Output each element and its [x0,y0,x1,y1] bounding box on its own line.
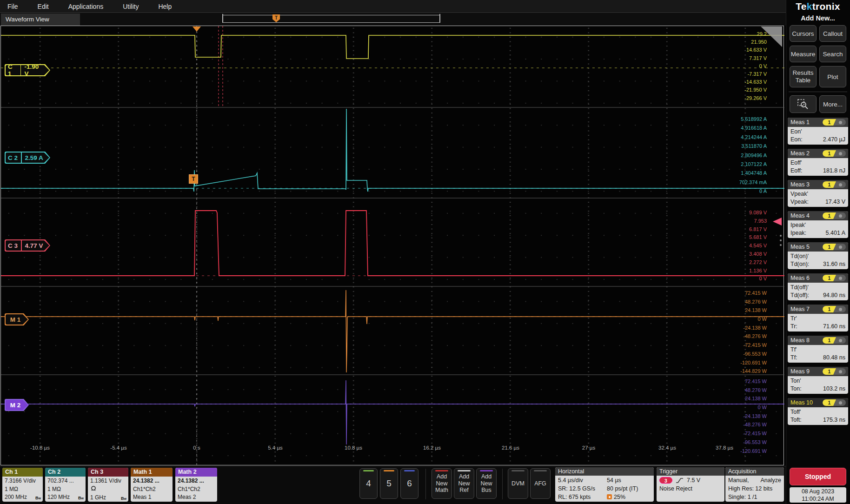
panel-splitter-handle[interactable] [780,235,782,246]
meas-7-source-pill[interactable]: 1 [823,306,846,312]
results-table-button[interactable]: Results Table [790,66,817,87]
ch4-button[interactable]: 4 [359,468,378,499]
math2-axis-label: 48.276 W [706,386,767,395]
ch1-axis-label: -29.266 V [706,94,767,102]
meas-3-card[interactable]: Meas 3 1 Vpeak' Vpeak:17.43 V [788,180,848,207]
ch1-handle-badge[interactable]: C 1-1.90 V [5,64,50,76]
meas-4-card[interactable]: Meas 4 1 Ipeak' Ipeak:5.401 A [788,211,848,238]
menu-item[interactable]: Help [158,3,172,10]
meas-8-source-pill[interactable]: 1 [823,337,846,344]
acquisition-settings-panel[interactable]: Acquisition Manual,Analyze High Res: 12 … [725,467,784,502]
measure-button[interactable]: Measure [790,46,817,62]
search-button[interactable]: Search [819,46,846,62]
math2-axis-label: 0 W [706,403,767,412]
math2-settings-badge[interactable]: Math 2 24.1382 ...Ch1*Ch2Meas 2 [175,468,217,502]
meas-5-value: 31.60 ns [823,260,845,268]
ch2-handle-badge[interactable]: C 22.59 A [5,152,50,164]
meas-8-card[interactable]: Meas 8 1 Tf' Tf:80.48 ns [788,336,848,363]
add-new-ref-button[interactable]: Add New Ref [454,468,474,499]
time-label: 11:00:24 AM [790,495,846,503]
callout-button[interactable]: Callout [819,25,846,42]
ch3-axis-label: 2.272 V [706,259,767,267]
bandwidth-limit-icon: Bw [35,494,41,502]
meas-3-source-pill[interactable]: 1 [823,181,846,188]
run-stop-button[interactable]: Stopped [790,468,846,485]
meas-6-source-pill[interactable]: 1 [823,275,846,281]
ch1-settings-badge[interactable]: Ch 1 7.3166 V/div1 MΩ Bw200 MHz [2,468,43,502]
meas-4-value: 5.401 A [826,229,845,237]
meas-9-card[interactable]: Meas 9 1 Ton' Ton:103.2 ns [788,367,848,394]
meas-2-value: 181.8 nJ [823,167,845,175]
math2-handle-badge[interactable]: M 2 [5,399,29,411]
tab-waveform-view[interactable]: Waveform View [1,13,80,26]
ch3-trace [1,211,784,276]
meas-2-source-pill[interactable]: 1 [823,150,846,157]
menu-item[interactable]: Applications [68,3,104,10]
meas-7-card[interactable]: Meas 7 1 Tr' Tr:71.60 ns [788,305,848,332]
ch2-axis-label: 0 A [706,187,767,196]
plot-button[interactable]: Plot [819,66,846,87]
meas-5-card[interactable]: Meas 5 1 Td(on)' Td(on):31.60 ns [788,242,848,269]
time-axis-label: -10.8 µs [19,445,61,451]
waveform-canvas [1,26,784,465]
meas-4-source-pill[interactable]: 1 [823,212,846,219]
meas-1-card[interactable]: Meas 1 1 Eon' Eon:2.470 µJ [788,118,848,145]
ch3-axis-label: 5.681 V [706,233,767,242]
ch3-handle-badge[interactable]: C 34.77 V [5,239,50,252]
oscilloscope-app: FileEditApplicationsUtilityHelp Waveform… [0,0,850,504]
waveform-plot[interactable]: 29.221.95014.633 V7.317 V0 V-7.317 V-14.… [0,26,784,465]
math1-settings-badge[interactable]: Math 1 24.1382 ...Ch1*Ch2Meas 1 [131,468,173,502]
meas-9-source-pill[interactable]: 1 [823,368,846,375]
math1-settings-title: Math 1 [131,468,173,477]
math2-axis-label: 24.138 W [706,394,767,403]
meas-5-source-pill[interactable]: 1 [823,244,846,250]
ch5-button[interactable]: 5 [380,468,398,499]
ch2-axis-label: 1.404748 A [706,169,767,178]
horizontal-settings-panel[interactable]: Horizontal 5.4 µs/div 54 µs SR: 12.5 GS/… [555,467,654,502]
meas-9-name: Ton' [790,377,845,385]
meas-9-title: Meas 9 [790,368,810,375]
record-view-bracket[interactable] [222,15,440,23]
bottom-bar-divider [425,469,426,499]
meas-10-source-pill[interactable]: 1 [823,399,846,406]
ch3-settings-badge[interactable]: Ch 3 1.1361 V/div Bw1 GHz [88,468,128,502]
menu-item[interactable]: Utility [123,3,139,10]
dvm-button[interactable]: DVM [508,468,528,499]
add-new-math-button[interactable]: Add New Math [432,468,452,499]
math1-axis-label: -48.276 W [706,332,767,341]
trigger-settings-panel[interactable]: Trigger 3 7.5 V Noise Reject [657,467,724,502]
rising-edge-icon [676,477,684,484]
time-axis-label: 27 µs [568,445,610,451]
ch2-badge-id: C 2 [8,154,18,161]
add-new-bus-button[interactable]: Add New Bus [476,468,497,499]
ch2-axis-label: 702.374 mA [706,178,767,187]
trigger-position-icon[interactable] [193,27,201,32]
afg-button[interactable]: AFG [530,468,551,499]
menu-item[interactable]: File [7,3,18,10]
zoom-mode-button[interactable] [790,95,817,113]
sample-rate: SR: 12.5 GS/s [558,484,607,493]
ch2-badge-offset: 2.59 A [25,154,43,161]
math1-handle-badge[interactable]: M 1 [5,313,29,325]
menu-item[interactable]: Edit [38,3,49,10]
math2-badge-id: M 2 [10,402,21,409]
meas-7-value: 71.60 ns [823,323,845,331]
meas-1-name: Eon' [790,128,845,136]
time-axis-label: 32.4 µs [646,445,688,451]
cursors-button[interactable]: Cursors [790,25,817,42]
math2-axis-label: -48.276 W [706,420,767,429]
time-axis-label: 16.2 µs [411,445,453,451]
meas-10-card[interactable]: Meas 10 1 Toff' Toft:175.3 ns [788,398,848,425]
sample-resolution: 80 ps/pt (IT) [607,484,651,493]
trigger-source-badge[interactable]: T [189,174,198,184]
ch1-axis-label: -21.950 V [706,86,767,94]
ch3-axis-label: 7.953 [706,217,767,225]
meas-2-card[interactable]: Meas 2 1 Eoff' Eoff:181.8 nJ [788,149,848,176]
time-axis-label: 5.4 µs [254,445,296,451]
meas-1-source-pill[interactable]: 1 [823,119,846,126]
more-button[interactable]: More... [819,95,846,113]
ch1-axis-label: 14.633 V [706,46,767,54]
meas-6-card[interactable]: Meas 6 1 Td(off)' Td(off):94.80 ns [788,273,848,300]
ch6-button[interactable]: 6 [400,468,418,499]
ch2-settings-badge[interactable]: Ch 2 702.374 ...1 MΩ Bw120 MHz [45,468,86,502]
